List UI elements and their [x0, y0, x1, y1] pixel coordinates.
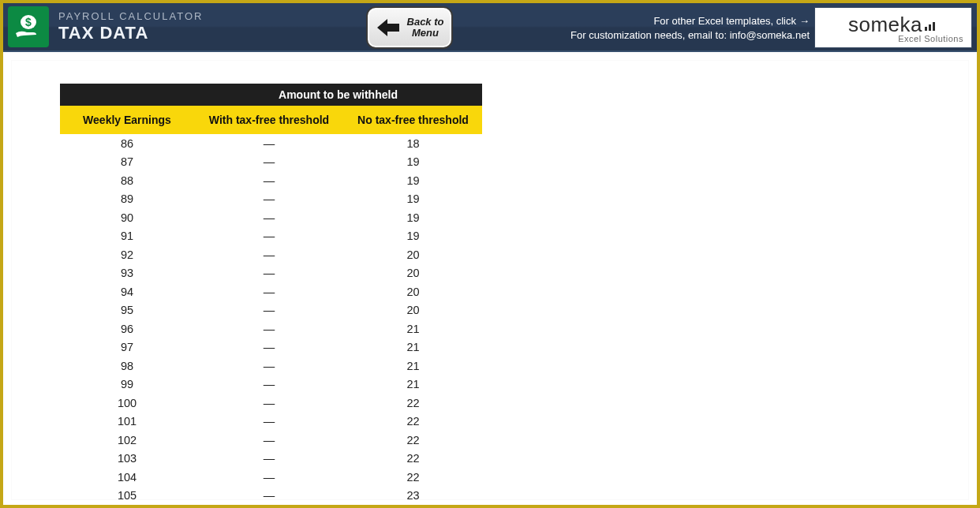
cell-with-threshold: —	[194, 153, 344, 172]
cell-no-threshold: 19	[344, 227, 482, 246]
table-row: 86—18	[60, 134, 482, 153]
sheet-area: Amount to be withheld Weekly Earnings Wi…	[3, 52, 977, 508]
cell-with-threshold: —	[194, 227, 344, 246]
cell-earnings: 95	[60, 301, 194, 320]
cell-no-threshold: 22	[344, 468, 482, 487]
header-subtitle: PAYROLL CALCULATOR	[58, 10, 203, 23]
cell-no-threshold: 21	[344, 375, 482, 394]
app-header: $ PAYROLL CALCULATOR TAX DATA Back to Me…	[3, 3, 977, 52]
cell-earnings: 98	[60, 357, 194, 375]
cell-with-threshold: —	[194, 505, 344, 508]
cell-earnings: 87	[60, 153, 194, 172]
cell-with-threshold: —	[194, 375, 344, 394]
tax-withholding-table: Amount to be withheld Weekly Earnings Wi…	[60, 84, 482, 508]
cell-earnings: 86	[60, 134, 194, 153]
table-row: 103—22	[60, 450, 482, 469]
cell-no-threshold: 21	[344, 319, 482, 338]
someka-tagline: Excel Solutions	[898, 34, 963, 43]
svg-text:$: $	[25, 16, 32, 28]
cell-no-threshold: 22	[344, 394, 482, 413]
cell-with-threshold: —	[194, 264, 344, 283]
templates-link-text[interactable]: For other Excel templates, click→	[570, 14, 810, 28]
table-row: 88—19	[60, 171, 482, 190]
back-to-menu-button[interactable]: Back to Menu	[366, 6, 453, 49]
header-info-text: For other Excel templates, click→ For cu…	[570, 14, 810, 43]
cell-earnings: 106	[60, 505, 194, 508]
arrow-right-icon: →	[799, 15, 810, 27]
cell-with-threshold: —	[194, 190, 344, 209]
cell-no-threshold: 23	[344, 487, 482, 506]
cell-no-threshold: 20	[344, 264, 482, 283]
cell-earnings: 99	[60, 375, 194, 394]
cell-with-threshold: —	[194, 468, 344, 487]
cell-earnings: 101	[60, 413, 194, 431]
table-row: 101—22	[60, 413, 482, 431]
cell-with-threshold: —	[194, 487, 344, 506]
table-row: 106—23	[60, 505, 482, 508]
cell-no-threshold: 22	[344, 413, 482, 431]
table-row: 93—20	[60, 264, 482, 283]
table-row: 96—21	[60, 319, 482, 338]
header-title: TAX DATA	[58, 23, 203, 43]
cell-earnings: 104	[60, 468, 194, 487]
cell-no-threshold: 20	[344, 301, 482, 320]
cell-earnings: 94	[60, 282, 194, 301]
cell-with-threshold: —	[194, 208, 344, 227]
table-row: 87—19	[60, 153, 482, 172]
money-hand-icon: $	[13, 11, 44, 43]
svg-rect-3	[929, 24, 931, 31]
cell-earnings: 103	[60, 450, 194, 469]
cell-no-threshold: 20	[344, 282, 482, 301]
cell-with-threshold: —	[194, 282, 344, 301]
table-row: 95—20	[60, 301, 482, 320]
col-header-with-threshold: With tax-free threshold	[194, 106, 344, 134]
cell-no-threshold: 21	[344, 338, 482, 357]
cell-no-threshold: 18	[344, 134, 482, 153]
cell-earnings: 102	[60, 431, 194, 450]
back-button-label: Back to Menu	[406, 17, 445, 38]
table-row: 92—20	[60, 245, 482, 264]
table-row: 94—20	[60, 282, 482, 301]
cell-no-threshold: 19	[344, 190, 482, 209]
cell-no-threshold: 22	[344, 450, 482, 469]
cell-earnings: 88	[60, 171, 194, 190]
header-spacer	[60, 84, 194, 106]
svg-rect-4	[933, 22, 935, 31]
cell-with-threshold: —	[194, 171, 344, 190]
table-header-merged: Amount to be withheld	[194, 84, 482, 106]
cell-earnings: 100	[60, 394, 194, 413]
cell-earnings: 97	[60, 338, 194, 357]
table-row: 89—19	[60, 190, 482, 209]
svg-rect-2	[925, 27, 927, 31]
cell-with-threshold: —	[194, 245, 344, 264]
table-row: 90—19	[60, 208, 482, 227]
cell-earnings: 89	[60, 190, 194, 209]
cell-with-threshold: —	[194, 319, 344, 338]
table-row: 105—23	[60, 487, 482, 506]
col-header-no-threshold: No tax-free threshold	[344, 106, 482, 134]
cell-no-threshold: 23	[344, 505, 482, 508]
cell-earnings: 105	[60, 487, 194, 506]
cell-earnings: 90	[60, 208, 194, 227]
table-row: 102—22	[60, 431, 482, 450]
cell-earnings: 93	[60, 264, 194, 283]
table-row: 99—21	[60, 375, 482, 394]
cell-with-threshold: —	[194, 357, 344, 375]
table-row: 97—21	[60, 338, 482, 357]
table-row: 91—19	[60, 227, 482, 246]
info-line-1-text: For other Excel templates, click	[653, 15, 796, 27]
cell-no-threshold: 20	[344, 245, 482, 264]
someka-logo[interactable]: someka Excel Solutions	[814, 7, 972, 48]
app-logo: $	[8, 6, 49, 47]
cell-no-threshold: 21	[344, 357, 482, 375]
cell-with-threshold: —	[194, 134, 344, 153]
cell-with-threshold: —	[194, 394, 344, 413]
header-titles: PAYROLL CALCULATOR TAX DATA	[58, 10, 203, 43]
cell-with-threshold: —	[194, 450, 344, 469]
cell-earnings: 92	[60, 245, 194, 264]
cell-no-threshold: 19	[344, 208, 482, 227]
cell-with-threshold: —	[194, 431, 344, 450]
cell-earnings: 96	[60, 319, 194, 338]
cell-with-threshold: —	[194, 413, 344, 431]
customization-email-text: For customization needs, email to: info@…	[570, 28, 810, 43]
